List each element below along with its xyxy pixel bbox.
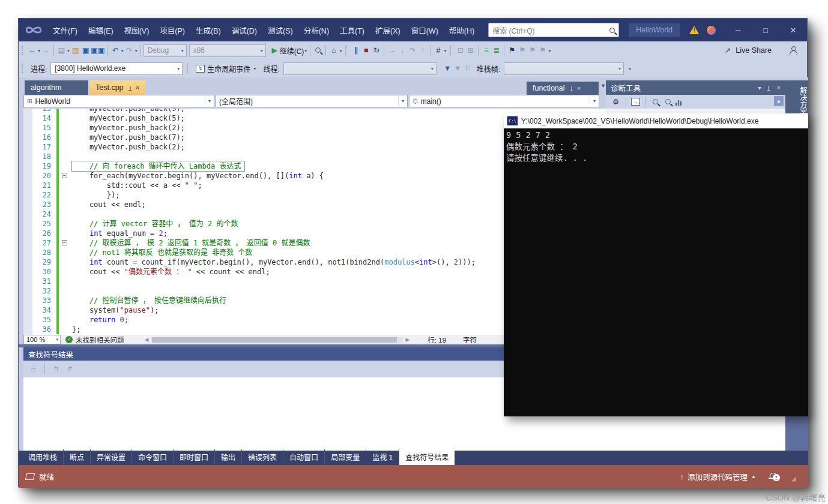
menu-item[interactable]: 视图(V) xyxy=(119,22,155,39)
fold-margin[interactable] xyxy=(59,296,72,305)
menu-item[interactable]: 生成(B) xyxy=(190,22,226,39)
fold-margin[interactable] xyxy=(59,109,72,113)
redo-caret[interactable]: ▾ xyxy=(135,48,137,53)
indent-increase-icon[interactable]: ≣ xyxy=(491,44,501,56)
menu-item[interactable]: 扩展(X) xyxy=(370,22,406,39)
line-number[interactable]: 31 xyxy=(32,277,56,286)
fold-margin[interactable] xyxy=(59,277,72,286)
console-output[interactable]: 9 5 2 7 2偶数元素个数 ： 2请按任意键继续. . . xyxy=(504,128,808,416)
stack-frame-dropdown[interactable]: ▾ xyxy=(504,62,624,75)
bottom-tab-1[interactable]: 调用堆栈 xyxy=(22,449,64,465)
scroll-left-icon[interactable]: ◀ xyxy=(142,337,151,343)
home-icon[interactable]: ⌂ xyxy=(328,44,339,56)
line-number[interactable]: 15 xyxy=(32,123,56,133)
fold-margin[interactable] xyxy=(59,325,72,334)
filter-icon[interactable]: ▼ xyxy=(443,62,453,74)
line-number[interactable]: 36 xyxy=(32,325,56,334)
continue-caret[interactable]: ▾ xyxy=(304,48,307,53)
fold-margin[interactable] xyxy=(59,219,72,229)
zoom-dropdown[interactable]: 100 %▾ xyxy=(23,335,61,344)
fold-margin[interactable] xyxy=(59,190,72,200)
fold-collapse-icon[interactable]: − xyxy=(62,173,67,178)
line-number[interactable]: 20 xyxy=(32,171,56,181)
tab-testcpp[interactable]: Test.cpp T × xyxy=(89,80,145,95)
fold-collapse-icon[interactable]: − xyxy=(62,240,67,245)
line-number[interactable]: 22 xyxy=(32,190,56,200)
scroll-right-icon[interactable]: ▶ xyxy=(403,337,412,343)
find-in-files-icon[interactable] xyxy=(313,44,323,56)
fold-margin[interactable] xyxy=(59,286,72,296)
debugbar-grip[interactable] xyxy=(22,64,24,73)
hex-toggle-icon[interactable]: # xyxy=(433,44,443,56)
tab-functional[interactable]: functional T × xyxy=(527,82,599,95)
restart-icon[interactable]: ↻ xyxy=(371,44,381,56)
line-number[interactable]: 27 xyxy=(32,238,56,248)
hex-caret[interactable]: ▾ xyxy=(444,48,446,53)
bottom-tab-6[interactable]: 输出 xyxy=(215,449,242,465)
flag-threads-icon[interactable]: ⚐ xyxy=(463,62,473,74)
bottom-tab-11[interactable]: 查找符号结果 xyxy=(399,449,455,465)
process-dropdown[interactable]: [3800] HelloWorld.exe▾ xyxy=(50,62,183,75)
stop-icon[interactable]: ■ xyxy=(361,44,371,56)
bookmark-caret[interactable]: ▾ xyxy=(548,48,551,53)
line-number[interactable]: 17 xyxy=(32,142,56,152)
debugbar-overflow[interactable]: ▾ xyxy=(629,66,631,71)
horizontal-scrollbar[interactable]: ◀ ▶ xyxy=(142,337,412,343)
line-number[interactable]: 19 xyxy=(32,161,56,171)
show-next-statement-icon[interactable]: → xyxy=(387,44,397,56)
save-all-icon[interactable]: ▣▣ xyxy=(91,44,105,56)
clear-list-icon[interactable]: ≣ xyxy=(28,363,38,375)
diag-close-icon[interactable]: × xyxy=(777,84,781,91)
fold-margin[interactable] xyxy=(59,229,72,238)
undo-icon[interactable]: ↶ xyxy=(110,44,121,56)
avatar[interactable] xyxy=(706,25,716,35)
menu-item[interactable]: 帮助(H) xyxy=(444,22,480,39)
fold-margin[interactable] xyxy=(59,142,72,152)
fold-margin[interactable] xyxy=(59,267,72,277)
next-bookmark-icon[interactable]: ⚑ xyxy=(527,44,537,56)
line-number[interactable]: 30 xyxy=(32,267,56,277)
fold-margin[interactable] xyxy=(59,248,72,257)
toolbar-overflow-caret[interactable]: ▾ xyxy=(339,48,342,53)
platform-dropdown[interactable]: x86▾ xyxy=(189,44,266,57)
fold-margin[interactable] xyxy=(59,161,72,171)
menu-item[interactable]: 编辑(E) xyxy=(83,22,119,39)
bottom-tab-2[interactable]: 断点 xyxy=(64,449,91,465)
bottom-tab-9[interactable]: 局部变量 xyxy=(325,449,366,465)
bottom-tab-3[interactable]: 异常设置 xyxy=(91,449,132,465)
project-dropdown[interactable]: ⊞ HelloWorld▾ xyxy=(23,95,214,107)
fold-margin[interactable]: − xyxy=(59,171,72,181)
resize-grip[interactable]: ◢ xyxy=(791,475,799,482)
map-mode-icon[interactable]: ⊡ xyxy=(455,44,465,56)
fold-margin[interactable] xyxy=(59,257,72,267)
menu-item[interactable]: 分析(N) xyxy=(298,22,334,39)
minimize-icon[interactable]: ─ xyxy=(724,19,752,41)
step-into-icon[interactable]: ↓ xyxy=(397,44,407,56)
prev-result-icon[interactable]: ↰ xyxy=(51,363,61,375)
menu-item[interactable]: 项目(P) xyxy=(154,22,190,39)
line-number[interactable]: 18 xyxy=(32,152,56,161)
scm-caret[interactable]: ▲ xyxy=(751,474,756,479)
line-number[interactable]: 21 xyxy=(32,181,56,190)
menu-item[interactable]: 文件(F) xyxy=(47,22,83,39)
redo-icon[interactable]: ↷ xyxy=(124,44,134,56)
menu-item[interactable]: 调试(D) xyxy=(226,22,262,39)
scope-dropdown[interactable]: (全局范围)▾ xyxy=(216,95,408,107)
nav-back-caret[interactable]: ▾ xyxy=(38,48,40,53)
fold-margin[interactable] xyxy=(59,315,72,325)
live-share-button[interactable]: Live Share xyxy=(736,46,772,55)
line-number[interactable]: 33 xyxy=(32,296,56,305)
line-number[interactable]: 26 xyxy=(32,229,56,238)
next-result-icon[interactable]: ↱ xyxy=(65,363,75,375)
console-titlebar[interactable]: C:\ Y:\002_WorkSpace\002_VS\HelloWorld\H… xyxy=(504,113,808,128)
line-number[interactable]: 29 xyxy=(32,257,56,267)
line-number[interactable]: 34 xyxy=(32,305,56,315)
fold-margin[interactable] xyxy=(59,305,72,315)
fold-margin[interactable] xyxy=(59,209,72,219)
scroll-up-arrow[interactable]: ▲ xyxy=(774,96,784,106)
diagnostics-header[interactable]: 诊断工具 ▾ T × xyxy=(606,80,785,95)
debug-config-dropdown[interactable]: Debug▾ xyxy=(144,44,187,57)
diag-pin-icon[interactable]: T xyxy=(767,85,770,91)
fold-margin[interactable] xyxy=(59,152,72,161)
thread-dropdown[interactable]: ▾ xyxy=(283,62,437,75)
